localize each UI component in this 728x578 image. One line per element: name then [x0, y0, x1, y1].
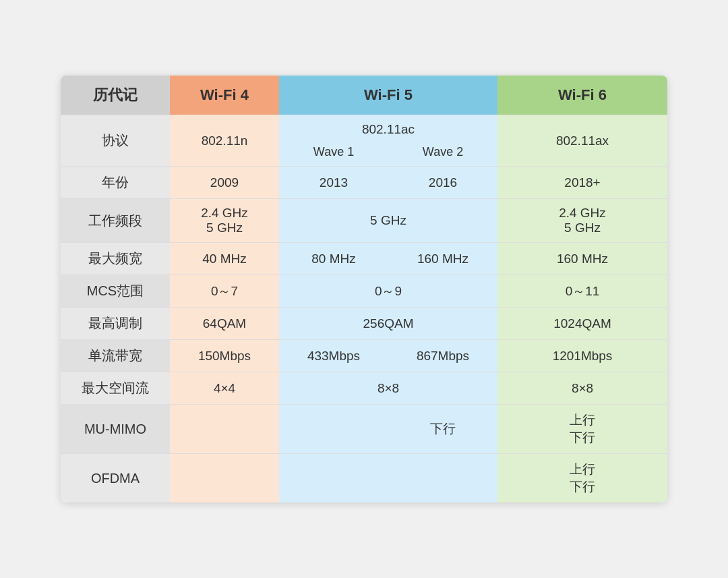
label-protocol: 协议	[61, 115, 170, 167]
val-wifi6-protocol: 802.11ax	[497, 115, 667, 167]
val-wifi6-mcs: 0～11	[497, 275, 667, 308]
val-wifi6-spatial: 8×8	[497, 372, 667, 405]
label-modulation: 最高调制	[61, 308, 170, 340]
row-ofdma: OFDMA 上行 下行	[61, 454, 667, 503]
val-wifi5-spatial: 8×8	[279, 372, 497, 405]
row-stream-bw: 单流带宽 150Mbps 433Mbps 867Mbps 1201Mbps	[61, 340, 667, 372]
val-wifi6-modulation: 1024QAM	[497, 308, 667, 340]
col-header-wifi6: Wi-Fi 6	[497, 76, 667, 115]
row-spatial: 最大空间流 4×4 8×8 8×8	[61, 372, 667, 405]
val-wave2-mumimo: 下行	[388, 405, 497, 454]
label-bandwidth: 最大频宽	[61, 243, 170, 275]
val-wifi4-spatial: 4×4	[170, 372, 279, 405]
comparison-table: 历代记 Wi-Fi 4 Wi-Fi 5 Wi-Fi 6 协议 802.11n 8…	[61, 76, 667, 502]
val-wifi4-freq: 2.4 GHz 5 GHz	[170, 199, 279, 243]
val-wifi5-mcs: 0～9	[279, 275, 497, 308]
col-header-wifi4: Wi-Fi 4	[170, 76, 279, 115]
val-wave2-bandwidth: 160 MHz	[388, 243, 497, 275]
val-wave1-mumimo	[279, 405, 388, 454]
label-ofdma: OFDMA	[61, 454, 170, 503]
row-protocol-main: 协议 802.11n 802.11ac 802.11ax	[61, 115, 667, 144]
row-freq: 工作频段 2.4 GHz 5 GHz 5 GHz 2.4 GHz 5 GHz	[61, 199, 667, 243]
label-mcs: MCS范围	[61, 275, 170, 308]
label-year: 年份	[61, 167, 170, 199]
val-wifi6-mumimo: 上行 下行	[497, 405, 667, 454]
val-wifi6-freq: 2.4 GHz 5 GHz	[497, 199, 667, 243]
val-wave2-stream-bw: 867Mbps	[388, 340, 497, 372]
col-header-wifi5: Wi-Fi 5	[279, 76, 497, 115]
val-wifi4-mumimo	[170, 405, 279, 454]
val-wifi4-ofdma	[170, 454, 279, 503]
val-wifi4-mcs: 0～7	[170, 275, 279, 308]
val-wave1-stream-bw: 433Mbps	[279, 340, 388, 372]
row-mcs: MCS范围 0～7 0～9 0～11	[61, 275, 667, 308]
label-spatial: 最大空间流	[61, 372, 170, 405]
val-wifi5-freq: 5 GHz	[279, 199, 497, 243]
val-wifi4-protocol: 802.11n	[170, 115, 279, 167]
val-wifi4-stream-bw: 150Mbps	[170, 340, 279, 372]
val-wave1-year: 2013	[279, 167, 388, 199]
val-wifi4-modulation: 64QAM	[170, 308, 279, 340]
val-wifi4-year: 2009	[170, 167, 279, 199]
col-header-label: 历代记	[61, 76, 170, 115]
val-wave2-year: 2016	[388, 167, 497, 199]
val-wifi5-ofdma	[279, 454, 497, 503]
label-freq: 工作频段	[61, 199, 170, 243]
val-wave1: Wave 1	[279, 144, 388, 167]
row-year: 年份 2009 2013 2016 2018+	[61, 167, 667, 199]
val-wifi6-stream-bw: 1201Mbps	[497, 340, 667, 372]
label-stream-bw: 单流带宽	[61, 340, 170, 372]
val-wifi5-modulation: 256QAM	[279, 308, 497, 340]
val-wave1-bandwidth: 80 MHz	[279, 243, 388, 275]
label-mumimo: MU-MIMO	[61, 405, 170, 454]
row-bandwidth: 最大频宽 40 MHz 80 MHz 160 MHz 160 MHz	[61, 243, 667, 275]
val-wifi4-bandwidth: 40 MHz	[170, 243, 279, 275]
val-wifi5-protocol-main: 802.11ac	[279, 115, 497, 144]
row-mumimo: MU-MIMO 下行 上行 下行	[61, 405, 667, 454]
val-wifi6-year: 2018+	[497, 167, 667, 199]
row-modulation: 最高调制 64QAM 256QAM 1024QAM	[61, 308, 667, 340]
val-wave2: Wave 2	[388, 144, 497, 167]
val-wifi6-bandwidth: 160 MHz	[497, 243, 667, 275]
val-wifi6-ofdma: 上行 下行	[497, 454, 667, 503]
